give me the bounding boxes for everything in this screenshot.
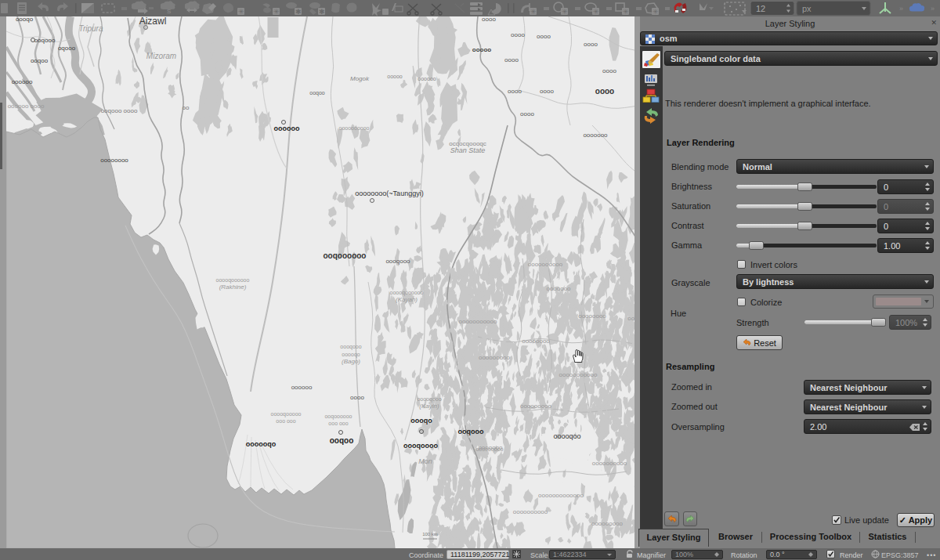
svg-text:oooooooo(~Taunggyi): oooooooo(~Taunggyi) (355, 190, 423, 197)
svg-text:ooo: ooo (627, 315, 634, 322)
svg-text:oooo: oooo (520, 110, 534, 117)
svg-text:ooooqooo: ooooqooo (417, 396, 441, 403)
svg-text:oooo: oooo (540, 88, 554, 95)
svg-text:oooo: oooo (602, 67, 616, 74)
svg-text:ooqooo: ooqooo (34, 37, 56, 44)
svg-text:ooooooo: ooooooo (546, 285, 571, 292)
svg-text:ooooqoooooo: ooooqoooooo (216, 277, 250, 284)
svg-text:✳: ✳ (562, 8, 568, 16)
svg-text:oooooooooo: oooooooooo (339, 125, 370, 131)
svg-text:oooo: oooo (595, 87, 614, 96)
svg-text:(Bago): (Bago) (342, 358, 360, 365)
svg-text:✳: ✳ (623, 8, 629, 16)
svg-text:ooooooooooo: ooooooooooo (459, 318, 497, 325)
svg-text:ooo ooo: ooo ooo (276, 418, 295, 424)
svg-text:ooqoo: ooqoo (309, 90, 325, 96)
svg-text:ooqoo: ooqoo (31, 57, 49, 64)
svg-text:ooooo: ooooo (472, 46, 492, 53)
svg-text:ooooqoooooo: ooooqoooooo (390, 290, 424, 296)
svg-text:oooqo: oooqo (16, 16, 34, 23)
svg-text:oooooooo: oooooooo (100, 157, 128, 164)
svg-text:oooo: oooo (584, 41, 598, 48)
svg-text:S: S (167, 8, 171, 15)
svg-text:✳: ✳ (530, 8, 537, 16)
svg-text:oooooo: oooooo (274, 125, 300, 132)
svg-text:oooqoooo: oooqoooo (403, 442, 438, 450)
svg-text:ooqooo: ooqooo (458, 428, 484, 435)
svg-text:ooooo: ooooo (387, 74, 403, 79)
svg-text:oooooqo: oooooqo (246, 440, 277, 448)
svg-text:px: px (802, 4, 812, 13)
svg-text:oooqooo: oooqooo (385, 258, 410, 265)
svg-text:Mizoram: Mizoram (146, 52, 176, 60)
svg-text:Aizawl: Aizawl (139, 16, 167, 27)
svg-text:Tripura: Tripura (79, 24, 103, 33)
svg-text:✳: ✳ (238, 8, 244, 16)
svg-text:ooqoo: ooqoo (330, 436, 354, 445)
svg-text:✳: ✳ (593, 8, 599, 16)
svg-text:oooo: oooo (350, 394, 364, 401)
svg-text:(Kayin): (Kayin) (419, 403, 439, 410)
svg-text:oooo: oooo (504, 56, 519, 63)
svg-text:✳: ✳ (653, 8, 659, 16)
svg-text:✱: ✱ (319, 8, 325, 16)
svg-text:oooooooooo: oooooooooo (528, 261, 563, 268)
svg-text:(Kayah): (Kayah) (396, 296, 418, 303)
svg-text:»: » (899, 5, 903, 13)
svg-text:oooooo: oooooo (291, 384, 313, 391)
svg-text:oooo: oooo (537, 33, 551, 40)
svg-text:oooqo: oooqo (410, 417, 432, 425)
svg-text:Mon: Mon (418, 457, 432, 465)
svg-text:oqooo: oqooo (58, 45, 76, 52)
svg-text:oooooooooo: oooooooooo (513, 508, 548, 515)
svg-text:100 km: 100 km (422, 532, 438, 537)
svg-text:ooooooooooo: ooooooooooo (559, 371, 598, 378)
svg-text:ooooooooo: ooooooooo (479, 354, 511, 361)
svg-text:Shan State: Shan State (450, 146, 486, 154)
svg-text:✱: ✱ (295, 8, 302, 16)
svg-text:»: » (931, 5, 935, 13)
svg-text:oooo: oooo (482, 16, 496, 23)
svg-text:ooooooooo: ooooooooo (591, 520, 624, 527)
svg-text:Mogok: Mogok (350, 75, 370, 82)
svg-text:oooo: oooo (508, 88, 522, 95)
svg-text:oo: oo (183, 104, 190, 111)
svg-text:12: 12 (756, 4, 765, 13)
svg-text:oooooo oooo: oooooo oooo (8, 103, 45, 110)
svg-text:ooqooo oooo: ooqooo oooo (101, 107, 138, 114)
svg-text:ooooooooooooo: ooooooooooooo (538, 492, 584, 499)
svg-text:oooooooo: oooooooo (522, 338, 550, 345)
svg-text:oooooo: oooooo (418, 76, 436, 81)
svg-text:ooooooo: ooooooo (478, 444, 503, 451)
svg-text:oooooooooo: oooooooooo (592, 460, 627, 467)
svg-text:ooooqo: ooooqo (342, 352, 360, 358)
svg-text:ooooqoo: ooooqoo (553, 432, 580, 440)
svg-text:oooqooo: oooqooo (340, 344, 361, 350)
svg-text:ooo ooo: ooo ooo (328, 421, 348, 426)
svg-text:oooooo: oooooo (12, 78, 33, 85)
svg-text:ooooqooooo: ooooqooooo (271, 411, 302, 417)
svg-text:oooo: oooo (511, 31, 525, 38)
svg-text:oooooooo: oooooooo (578, 313, 606, 320)
svg-text:(Rakhine): (Rakhine) (219, 284, 247, 291)
svg-text:ooqoooooo: ooqoooooo (324, 414, 352, 420)
svg-text:ooooooooo: ooooooooo (520, 403, 552, 410)
svg-text:ooqoooooo: ooqoooooo (324, 251, 367, 260)
svg-text:✳: ✳ (273, 8, 280, 16)
svg-text:ooooooo: ooooooo (583, 132, 608, 139)
